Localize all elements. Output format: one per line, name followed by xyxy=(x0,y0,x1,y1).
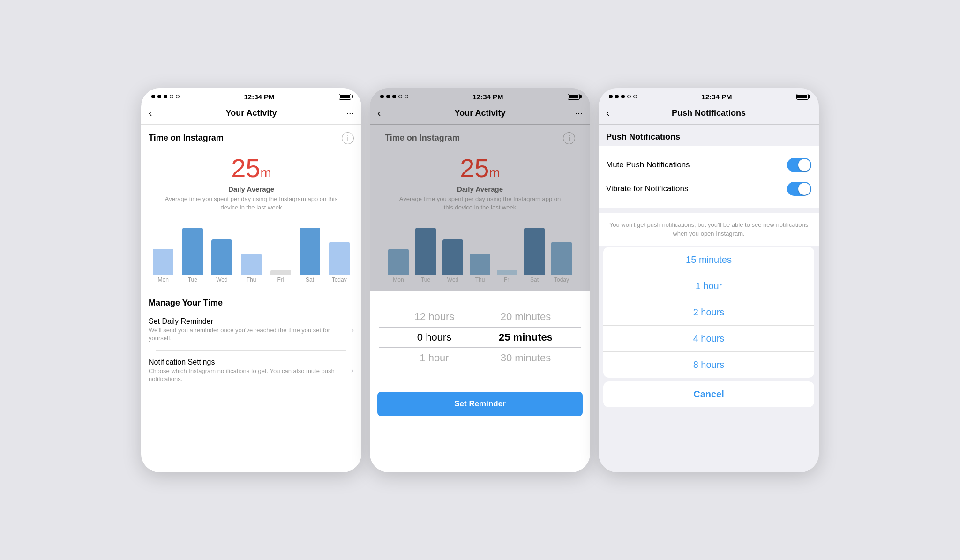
chevron-2: › xyxy=(351,366,354,375)
battery-icon-1 xyxy=(339,94,351,100)
picker-area: 12 hours 0 hours 1 hour 20 minutes 25 mi… xyxy=(370,291,590,472)
nav-bar-2: ‹ Your Activity ··· xyxy=(370,104,590,125)
mute-push-row: Mute Push Notifications xyxy=(606,153,811,177)
chart-label-Mon: Mon xyxy=(153,276,173,283)
notification-settings-item[interactable]: Notification Settings Choose which Insta… xyxy=(149,354,354,387)
hours-selected: 0 hours xyxy=(389,327,480,348)
vibrate-row: Vibrate for Notifications xyxy=(606,177,811,201)
picker-option-1[interactable]: 1 hour xyxy=(603,273,814,299)
hours-above: 12 hours xyxy=(389,306,480,327)
time-section-title: Time on Instagram xyxy=(149,133,224,143)
picker-option-0[interactable]: 15 minutes xyxy=(603,247,814,273)
bar-col-Sat xyxy=(524,228,545,275)
picker-option-4[interactable]: 8 hours xyxy=(603,352,814,378)
manage-title: Manage Your Time xyxy=(149,298,354,308)
hours-picker-column[interactable]: 12 hours 0 hours 1 hour xyxy=(389,306,480,368)
s2-dot4 xyxy=(398,95,402,98)
minutes-picker-column[interactable]: 20 minutes 25 minutes 30 minutes xyxy=(480,306,571,368)
chart-label-Today: Today xyxy=(329,276,350,283)
chart-labels-2: MonTueWedThuFriSatToday xyxy=(377,275,583,291)
screen2-frame: 12:34 PM ‹ Your Activity ··· Time on Ins… xyxy=(370,88,590,472)
s3-dot4 xyxy=(627,95,631,98)
toggles-section: Mute Push Notifications Vibrate for Noti… xyxy=(599,146,819,208)
more-button-1[interactable]: ··· xyxy=(340,108,354,119)
vibrate-toggle[interactable] xyxy=(787,182,811,196)
picker-option-2[interactable]: 2 hours xyxy=(603,299,814,326)
toggle-knob-2 xyxy=(798,183,810,195)
toggle-knob-1 xyxy=(798,159,810,171)
s2-dot3 xyxy=(392,95,396,98)
chart-label-Thu: Thu xyxy=(241,276,262,283)
battery-fill-1 xyxy=(340,95,350,98)
signal-dots xyxy=(151,95,180,98)
push-section-title: Push Notifications xyxy=(599,125,819,146)
s3-dot1 xyxy=(609,95,613,98)
chart-labels-1: MonTueWedThuFriSatToday xyxy=(141,275,361,287)
set-reminder-button[interactable]: Set Reminder xyxy=(377,392,583,416)
bar-col-Thu xyxy=(241,254,262,275)
cancel-button[interactable]: Cancel xyxy=(603,381,814,407)
daily-avg-container-2: 25m Daily Average Average time you spent… xyxy=(377,148,583,214)
chart-label-Tue: Tue xyxy=(182,276,203,283)
bar-col-Tue xyxy=(182,228,203,275)
dot3 xyxy=(164,95,167,98)
mute-push-toggle[interactable] xyxy=(787,158,811,172)
set-daily-reminder-item[interactable]: Set Daily Reminder We'll send you a remi… xyxy=(149,314,354,346)
manage-section: Manage Your Time Set Daily Reminder We'l… xyxy=(141,294,361,390)
info-button-2[interactable]: i xyxy=(563,132,575,144)
bar-Thu xyxy=(470,254,490,275)
info-button-1[interactable]: i xyxy=(342,132,354,144)
signal-dots-2 xyxy=(380,95,408,98)
back-button-3[interactable]: ‹ xyxy=(606,107,620,119)
status-bar-2: 12:34 PM xyxy=(370,88,590,104)
daily-avg-unit-1: m xyxy=(260,165,271,180)
nav-title-1: Your Activity xyxy=(163,108,340,118)
battery-fill-2 xyxy=(569,95,578,98)
bar-col-Wed xyxy=(442,239,463,275)
chart-label-Fri: Fri xyxy=(497,276,518,283)
chart-label-Wed: Wed xyxy=(211,276,232,283)
s2-dot1 xyxy=(380,95,384,98)
bar-col-Mon xyxy=(153,249,173,275)
back-button-2[interactable]: ‹ xyxy=(377,107,391,119)
picker-option-3[interactable]: 4 hours xyxy=(603,326,814,352)
bar-Wed xyxy=(211,239,232,275)
dot1 xyxy=(151,95,155,98)
bar-Sat xyxy=(300,228,320,275)
bar-Wed xyxy=(442,239,463,275)
push-info-box: You won't get push notifications, but yo… xyxy=(599,213,819,246)
bar-col-Today xyxy=(329,242,350,275)
bar-Mon xyxy=(153,249,173,275)
bar-Fri xyxy=(270,270,291,275)
screen3-frame: 12:34 PM ‹ Push Notifications Push Notif… xyxy=(599,88,819,472)
chart-label-Sat: Sat xyxy=(300,276,320,283)
battery-icon-3 xyxy=(796,94,809,100)
status-time-1: 12:34 PM xyxy=(244,93,274,101)
dot4 xyxy=(170,95,173,98)
vibrate-label: Vibrate for Notifications xyxy=(606,184,688,194)
time-section-title-2: Time on Instagram xyxy=(385,133,460,143)
bar-chart-2 xyxy=(377,214,583,275)
more-button-2[interactable]: ··· xyxy=(569,108,583,119)
status-time-3: 12:34 PM xyxy=(701,93,732,101)
chart-label-Sat: Sat xyxy=(524,276,545,283)
bar-Today xyxy=(329,242,350,275)
battery-fill-3 xyxy=(797,95,807,98)
status-bar-3: 12:34 PM xyxy=(599,88,819,104)
daily-avg-number-1: 25 xyxy=(231,153,260,183)
picker-container[interactable]: 12 hours 0 hours 1 hour 20 minutes 25 mi… xyxy=(370,291,590,384)
back-button-1[interactable]: ‹ xyxy=(149,107,163,119)
manage-item-desc-1: We'll send you a reminder once you've re… xyxy=(149,327,351,343)
options-picker-sheet: 15 minutes1 hour2 hours4 hours8 hours xyxy=(603,247,814,378)
s2-dot5 xyxy=(405,95,408,98)
bar-col-Sat xyxy=(300,228,320,275)
screen3-content: Push Notifications Mute Push Notificatio… xyxy=(599,125,819,472)
s3-dot3 xyxy=(621,95,625,98)
bar-col-Tue xyxy=(415,228,436,275)
bar-col-Wed xyxy=(211,239,232,275)
chart-label-Thu: Thu xyxy=(470,276,490,283)
dot5 xyxy=(176,95,180,98)
bar-col-Thu xyxy=(470,254,490,275)
chart-label-Fri: Fri xyxy=(270,276,291,283)
bar-Mon xyxy=(388,249,409,275)
